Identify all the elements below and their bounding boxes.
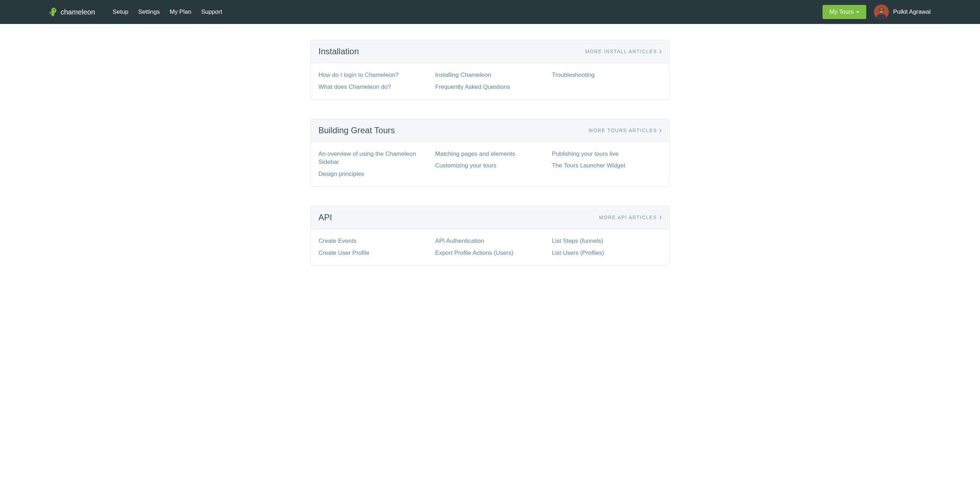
article-link[interactable]: Create User Profile xyxy=(318,249,428,257)
article-link[interactable]: How do I login to Chameleon? xyxy=(318,71,428,79)
chameleon-icon xyxy=(49,7,58,17)
card-body: Create Events Create User Profile API Au… xyxy=(311,229,669,265)
article-link[interactable]: Matching pages and elements xyxy=(435,150,545,158)
avatar xyxy=(874,5,889,19)
my-tours-button[interactable]: My Tours xyxy=(822,5,867,19)
article-link[interactable]: What does Chameleon do? xyxy=(318,83,428,91)
article-link[interactable]: Publishing your tours live xyxy=(552,150,662,158)
article-link[interactable]: API Authentication xyxy=(435,237,545,245)
svg-point-0 xyxy=(54,9,55,11)
section-installation: Installation MORE INSTALL ARTICLES How d… xyxy=(310,40,670,99)
link-column: Troubleshooting xyxy=(552,71,662,91)
more-install-articles-link[interactable]: MORE INSTALL ARTICLES xyxy=(585,49,662,54)
nav-link-my-plan[interactable]: My Plan xyxy=(170,8,191,16)
card-header: Installation MORE INSTALL ARTICLES xyxy=(311,40,669,63)
link-column: Publishing your tours live The Tours Lau… xyxy=(552,150,662,178)
my-tours-label: My Tours xyxy=(830,8,854,16)
article-link[interactable]: Create Events xyxy=(318,237,428,245)
nav-left: chameleon Setup Settings My Plan Support xyxy=(49,7,222,17)
article-link[interactable]: Frequently Asked Questions xyxy=(435,83,545,91)
chevron-right-icon xyxy=(659,49,662,54)
article-link[interactable]: The Tours Launcher Widget xyxy=(552,161,662,170)
caret-down-icon xyxy=(856,11,859,13)
link-column: API Authentication Export Profile Action… xyxy=(435,237,545,257)
more-link-label: MORE API ARTICLES xyxy=(599,215,657,220)
article-link[interactable]: Customizing your tours xyxy=(435,161,545,170)
link-column: How do I login to Chameleon? What does C… xyxy=(318,71,428,91)
article-link[interactable]: List Steps (funnels) xyxy=(552,237,662,245)
article-link[interactable]: Export Profile Actions (Users) xyxy=(435,249,545,257)
article-link[interactable]: Installing Chameleon xyxy=(435,71,545,79)
link-column: List Steps (funnels) List Users (Profile… xyxy=(552,237,662,257)
nav-links: Setup Settings My Plan Support xyxy=(113,8,222,16)
user-menu[interactable]: Pulkit Agrawal xyxy=(874,5,931,19)
article-link[interactable]: An overview of using the Chameleon Sideb… xyxy=(318,150,428,167)
chevron-right-icon xyxy=(659,215,662,220)
more-link-label: MORE INSTALL ARTICLES xyxy=(585,49,657,54)
user-name: Pulkit Agrawal xyxy=(893,8,931,16)
link-column: Installing Chameleon Frequently Asked Qu… xyxy=(435,71,545,91)
section-building-tours: Building Great Tours MORE TOURS ARTICLES… xyxy=(310,119,670,187)
article-link[interactable]: Troubleshooting xyxy=(552,71,662,79)
article-link[interactable]: Design principles xyxy=(318,170,428,178)
link-column: Create Events Create User Profile xyxy=(318,237,428,257)
nav-link-support[interactable]: Support xyxy=(201,8,222,16)
top-nav: chameleon Setup Settings My Plan Support… xyxy=(0,0,980,24)
link-column: An overview of using the Chameleon Sideb… xyxy=(318,150,428,178)
logo-text: chameleon xyxy=(60,8,95,16)
svg-rect-6 xyxy=(879,10,884,11)
card-title: Building Great Tours xyxy=(318,126,395,136)
article-link[interactable]: List Users (Profiles) xyxy=(552,249,662,257)
card-title: Installation xyxy=(318,46,359,56)
more-tours-articles-link[interactable]: MORE TOURS ARTICLES xyxy=(589,128,662,133)
nav-link-setup[interactable]: Setup xyxy=(113,8,128,16)
main-content: Installation MORE INSTALL ARTICLES How d… xyxy=(310,24,670,301)
card-header: API MORE API ARTICLES xyxy=(311,206,669,229)
nav-right: My Tours Pulkit Agrawal xyxy=(822,5,931,19)
section-api: API MORE API ARTICLES Create Events Crea… xyxy=(310,206,670,265)
card-title: API xyxy=(318,212,332,222)
chevron-right-icon xyxy=(659,128,662,132)
link-column: Matching pages and elements Customizing … xyxy=(435,150,545,178)
more-api-articles-link[interactable]: MORE API ARTICLES xyxy=(599,215,662,220)
more-link-label: MORE TOURS ARTICLES xyxy=(589,128,657,133)
logo[interactable]: chameleon xyxy=(49,7,95,17)
card-header: Building Great Tours MORE TOURS ARTICLES xyxy=(311,119,669,142)
nav-link-settings[interactable]: Settings xyxy=(138,8,159,16)
card-body: An overview of using the Chameleon Sideb… xyxy=(311,142,669,186)
card-body: How do I login to Chameleon? What does C… xyxy=(311,63,669,99)
